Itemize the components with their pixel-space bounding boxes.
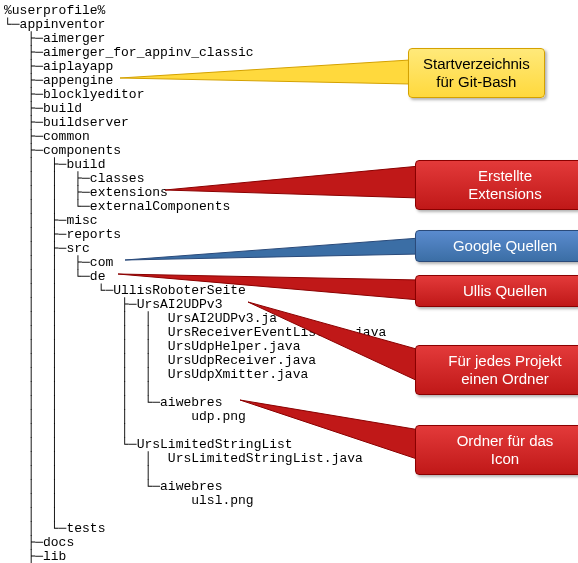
callout-line: Ordner für das [457, 432, 554, 449]
file-udp-png: udp.png [191, 409, 246, 424]
callout-line: einen Ordner [461, 370, 549, 387]
file-ulsl-png: ulsl.png [191, 493, 253, 508]
callout-line: Erstellte [478, 167, 532, 184]
callout-line: Für jedes Projekt [448, 352, 561, 369]
callout-projekt-ordner: Für jedes Projekt einen Ordner [415, 345, 578, 395]
callout-line: Startverzeichnis [423, 55, 530, 72]
node-lib: lib [43, 549, 66, 563]
node-aimerger: aimerger [43, 31, 105, 46]
node-aiwebres-2: aiwebres [160, 479, 222, 494]
file-UrsUdpReceiver: UrsUdpReceiver.java [168, 353, 316, 368]
node-externalComponents: externalComponents [90, 199, 230, 214]
file-UrsLimitedStringList: UrsLimitedStringList.java [168, 451, 363, 466]
file-UrsReceiverEventListener: UrsReceiverEventListe...java [168, 325, 386, 340]
node-aiplayapp: aiplayapp [43, 59, 113, 74]
node-components-misc: misc [66, 213, 97, 228]
node-build: build [43, 101, 82, 116]
node-tests: tests [66, 521, 105, 536]
callout-line: Extensions [468, 185, 541, 202]
callout-erstellte-extensions: Erstellte Extensions [415, 160, 578, 210]
node-blocklyeditor: blocklyeditor [43, 87, 144, 102]
node-buildserver: buildserver [43, 115, 129, 130]
node-root: %userprofile% [4, 3, 105, 18]
file-UrsAI2UDPv3: UrsAI2UDPv3.ja [168, 311, 277, 326]
node-common: common [43, 129, 90, 144]
callout-icon-ordner: Ordner für das Icon [415, 425, 578, 475]
node-UrsLimitedStringList: UrsLimitedStringList [137, 437, 293, 452]
node-src: src [66, 241, 89, 256]
node-extensions: extensions [90, 185, 168, 200]
callout-line: Ullis Quellen [463, 282, 547, 299]
file-UrsUdpHelper: UrsUdpHelper.java [168, 339, 301, 354]
node-UllisRoboterSeite: UllisRoboterSeite [113, 283, 246, 298]
node-aimerger-classic: aimerger_for_appinv_classic [43, 45, 254, 60]
node-appinventor: appinventor [20, 17, 106, 32]
callout-line: für Git-Bash [436, 73, 516, 90]
file-UrsUdpXmitter: UrsUdpXmitter.java [168, 367, 308, 382]
node-components: components [43, 143, 121, 158]
node-de: de [90, 269, 106, 284]
callout-ullis-quellen: Ullis Quellen [415, 275, 578, 307]
node-com: com [90, 255, 113, 270]
node-appengine: appengine [43, 73, 113, 88]
node-UrsAI2UDPv3: UrsAI2UDPv3 [137, 297, 223, 312]
node-components-build: build [66, 157, 105, 172]
node-reports: reports [66, 227, 121, 242]
callout-line: Icon [491, 450, 519, 467]
node-docs: docs [43, 535, 74, 550]
node-aiwebres-1: aiwebres [160, 395, 222, 410]
node-classes: classes [90, 171, 145, 186]
callout-startverzeichnis: Startverzeichnis für Git-Bash [408, 48, 545, 98]
callout-line: Google Quellen [453, 237, 557, 254]
callout-google-quellen: Google Quellen [415, 230, 578, 262]
